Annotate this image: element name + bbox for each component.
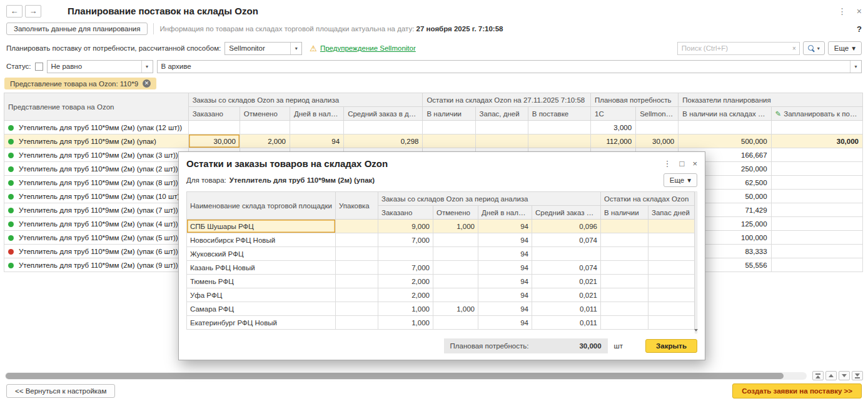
col-days-available-header[interactable]: Дней в налич…	[290, 107, 343, 121]
cell-ordered[interactable]: 1,000	[378, 316, 433, 330]
cell-planned[interactable]	[771, 176, 862, 190]
cell-pack[interactable]	[336, 247, 378, 261]
cell-days-available[interactable]: 94	[478, 233, 532, 247]
cell-pack[interactable]	[336, 233, 378, 247]
col-warehouse-header[interactable]: Наименование склада торговой площадки	[187, 192, 336, 220]
cell-stock-days[interactable]	[648, 220, 695, 233]
cell-in-stock[interactable]	[423, 134, 475, 148]
warehouse-row[interactable]: СПБ Шушары РФЦ 9,000 1,000 94 0,096	[187, 220, 695, 233]
product-cell[interactable]: Утеплитель для труб 110*9мм (2м) (упак (…	[4, 258, 189, 272]
cell-in-stock[interactable]	[601, 288, 648, 302]
warehouse-name-cell[interactable]: СПБ Шушары РФЦ	[187, 220, 336, 233]
window-menu-icon[interactable]: ⋮	[838, 7, 847, 16]
vertical-scrollbar[interactable]	[695, 191, 697, 333]
chevron-down-icon[interactable]: ▾	[290, 43, 301, 54]
cell-stock-days[interactable]	[648, 302, 695, 316]
col-plan-sellmonitor-header[interactable]: Sellmonitor	[636, 107, 679, 121]
cell-planned[interactable]	[771, 203, 862, 217]
back-button[interactable]: ←	[6, 5, 23, 18]
cell-pack[interactable]	[336, 220, 378, 233]
product-cell[interactable]: Утеплитель для труб 110*9мм (2м) (упак (…	[4, 190, 189, 203]
cell-avg-order[interactable]: 0,021	[532, 288, 601, 302]
warehouse-row[interactable]: Екатеринбург РФЦ Новый 1,000 94 0,011	[187, 316, 695, 330]
col-plan-1c-header[interactable]: 1С	[590, 107, 635, 121]
col-stock-days-header[interactable]: Запас дней	[648, 206, 695, 220]
col-ordered-header[interactable]: Заказано	[188, 107, 240, 121]
cell-cancelled[interactable]: 2,000	[240, 134, 290, 148]
cell-in-stock[interactable]	[423, 121, 475, 134]
fill-planning-data-button[interactable]: Заполнить данные для планирования	[6, 23, 148, 35]
cell-stock-days[interactable]	[648, 288, 695, 302]
cell-in-stock[interactable]	[601, 302, 648, 316]
cell-planned[interactable]	[771, 121, 862, 134]
cell-days-available[interactable]: 94	[478, 261, 532, 275]
product-cell[interactable]: Утеплитель для труб 110*9мм (2м) (упак (…	[4, 217, 189, 231]
cell-pack[interactable]	[336, 275, 378, 288]
product-cell[interactable]: Утеплитель для труб 110*9мм (2м) (упак (…	[4, 231, 189, 245]
product-cell[interactable]: Утеплитель для труб 110*9мм (2м) (упак (…	[4, 245, 189, 258]
search-input[interactable]	[678, 44, 789, 52]
cell-ordered[interactable]: 7,000	[378, 233, 433, 247]
cell-avg-order[interactable]: 0,096	[532, 220, 601, 233]
warehouse-name-cell[interactable]: Уфа РФЦ	[187, 288, 336, 302]
cell-avg-order[interactable]: 0,074	[532, 261, 601, 275]
cell-planned[interactable]	[771, 258, 862, 272]
cell-days-available[interactable]: 94	[478, 316, 532, 330]
cell-avg-order[interactable]: 0,021	[532, 275, 601, 288]
cell-pack[interactable]	[336, 261, 378, 275]
col-stock-1c-header[interactable]: В наличии на складах 1С	[679, 107, 771, 121]
horizontal-scrollbar-thumb[interactable]	[6, 373, 784, 379]
scroll-to-top-button[interactable]	[812, 371, 824, 380]
cell-cancelled[interactable]	[433, 247, 478, 261]
scroll-down-arrow[interactable]	[695, 329, 697, 332]
cell-plan-sellmonitor[interactable]	[636, 121, 679, 134]
col-product-header[interactable]: Представление товара на Ozon	[4, 93, 189, 121]
cell-cancelled[interactable]	[240, 121, 290, 134]
cell-pack[interactable]	[336, 302, 378, 316]
cell-stock-days[interactable]	[648, 247, 695, 261]
cell-ordered[interactable]: 9,000	[378, 220, 433, 233]
cell-avg-order[interactable]: 0,298	[344, 134, 423, 148]
search-button[interactable]: ▾	[803, 41, 825, 55]
cell-avg-order[interactable]	[344, 121, 423, 134]
cell-stock-days[interactable]	[475, 134, 528, 148]
cell-avg-order[interactable]: 0,011	[532, 316, 601, 330]
cell-planned[interactable]: 30,000	[771, 134, 862, 148]
cell-avg-order[interactable]: 0,011	[532, 302, 601, 316]
col-avg-order-header[interactable]: Средний заказ в день	[344, 107, 423, 121]
cell-plan-1c[interactable]: 112,000	[590, 134, 635, 148]
warehouse-name-cell[interactable]: Жуковский РФЦ	[187, 247, 336, 261]
planning-method-select[interactable]: Sellmonitor ▾	[225, 42, 302, 55]
chevron-down-icon[interactable]: ▾	[141, 61, 153, 73]
cell-days-available[interactable]: 94	[478, 302, 532, 316]
cell-stock-days[interactable]	[648, 316, 695, 330]
cell-ordered[interactable]: 2,000	[378, 288, 433, 302]
warehouse-name-cell[interactable]: Казань РФЦ Новый	[187, 261, 336, 275]
status-condition-select[interactable]: Не равно ▾	[47, 60, 153, 73]
product-row[interactable]: Утеплитель для труб 110*9мм (2м) (упак) …	[4, 134, 863, 148]
cell-in-stock[interactable]	[601, 247, 648, 261]
cell-cancelled[interactable]: 1,000	[433, 302, 478, 316]
product-cell[interactable]: Утеплитель для труб 110*9мм (2м) (упак (…	[4, 121, 189, 134]
cell-days-available[interactable]: 94	[290, 134, 343, 148]
warehouse-name-cell[interactable]: Тюмень РФЦ	[187, 275, 336, 288]
col-in-stock-header[interactable]: В наличии	[423, 107, 475, 121]
cell-in-stock[interactable]	[601, 220, 648, 233]
product-cell[interactable]: Утеплитель для труб 110*9мм (2м) (упак (…	[4, 148, 189, 162]
cell-cancelled[interactable]	[433, 233, 478, 247]
col-avg-order-header[interactable]: Средний заказ в день	[532, 206, 601, 220]
warehouse-name-cell[interactable]: Екатеринбург РФЦ Новый	[187, 316, 336, 330]
product-cell[interactable]: Утеплитель для труб 110*9мм (2м) (упак)	[4, 134, 189, 148]
cell-in-stock[interactable]	[601, 261, 648, 275]
cell-days-available[interactable]	[290, 121, 343, 134]
dialog-maximize-icon[interactable]: □	[680, 160, 685, 168]
cell-days-available[interactable]: 94	[478, 275, 532, 288]
more-button[interactable]: Еще ▾	[828, 41, 862, 55]
cell-pack[interactable]	[336, 316, 378, 330]
cell-plan-1c[interactable]: 3,000	[590, 121, 635, 134]
cell-stock-days[interactable]	[648, 275, 695, 288]
status-value-select[interactable]: В архиве ▾	[157, 60, 862, 73]
scroll-to-bottom-button[interactable]	[852, 371, 863, 380]
cell-planned[interactable]	[771, 231, 862, 245]
close-dialog-button[interactable]: Закрыть	[645, 339, 697, 353]
